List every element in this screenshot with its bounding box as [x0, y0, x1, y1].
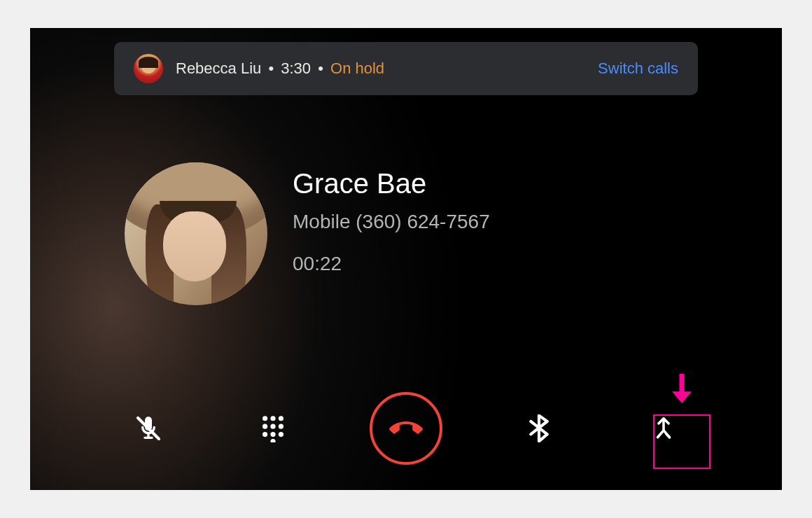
active-caller-info: Grace Bae Mobile (360) 624-7567 00:22 [125, 162, 490, 305]
end-call-button[interactable] [370, 392, 442, 465]
separator-dot: • [268, 59, 274, 77]
svg-point-5 [279, 416, 284, 421]
dialpad-button[interactable] [245, 400, 301, 456]
held-caller-name: Rebecca Liu [176, 59, 261, 77]
active-caller-avatar [125, 162, 267, 305]
svg-point-3 [262, 416, 267, 421]
svg-point-7 [270, 424, 275, 429]
held-call-text: Rebecca Liu • 3:30 • On hold [176, 59, 384, 78]
svg-rect-13 [680, 374, 685, 393]
held-caller-avatar [134, 54, 163, 83]
call-controls [30, 392, 782, 465]
svg-point-6 [262, 424, 267, 429]
bluetooth-icon [529, 414, 549, 442]
svg-point-8 [279, 424, 284, 429]
in-call-screen: Rebecca Liu • 3:30 • On hold Switch call… [30, 28, 782, 490]
held-call-duration: 3:30 [281, 59, 311, 77]
merge-calls-button[interactable] [636, 400, 692, 456]
held-call-banner: Rebecca Liu • 3:30 • On hold Switch call… [114, 42, 698, 95]
held-call-status: On hold [330, 59, 384, 77]
caller-details: Grace Bae Mobile (360) 624-7567 00:22 [293, 162, 490, 275]
merge-icon [652, 415, 676, 442]
svg-point-10 [270, 432, 275, 437]
separator-dot: • [318, 59, 323, 77]
svg-point-12 [270, 439, 275, 442]
switch-calls-button[interactable]: Switch calls [598, 59, 678, 78]
svg-point-4 [270, 416, 275, 421]
end-call-icon [389, 412, 423, 445]
bluetooth-button[interactable] [511, 400, 567, 456]
active-call-duration: 00:22 [293, 253, 490, 275]
svg-point-11 [279, 432, 284, 437]
mute-off-icon [134, 414, 162, 442]
dialpad-icon [260, 414, 286, 442]
active-caller-phone: Mobile (360) 624-7567 [293, 211, 490, 233]
banner-left: Rebecca Liu • 3:30 • On hold [134, 54, 384, 83]
active-caller-name: Grace Bae [293, 168, 490, 200]
svg-point-9 [262, 432, 267, 437]
mute-button[interactable] [120, 400, 176, 456]
